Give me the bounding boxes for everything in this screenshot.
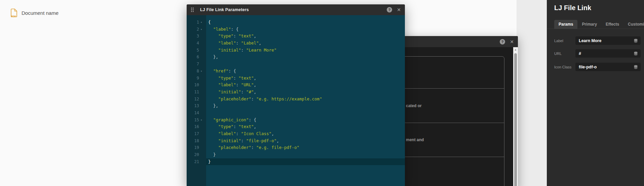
settings-row-text: cated or (406, 103, 422, 108)
scrollbar-track[interactable]: ▲ (513, 47, 518, 186)
code-line[interactable]: 10 "label": "URL", (187, 82, 405, 89)
code-line[interactable]: 4 "label": "Label", (187, 40, 405, 47)
parameters-modal-header[interactable]: LJ File Link Parameters ? ✕ (187, 4, 405, 15)
code-fold-arrow[interactable]: ▾ (199, 19, 206, 26)
code-fold-arrow (199, 33, 206, 40)
field-label: Label (554, 39, 563, 43)
line-number: 10 (187, 82, 199, 89)
code-line[interactable]: 20 } (187, 151, 405, 158)
code-fold-arrow (199, 61, 206, 68)
line-number: 5 (187, 47, 199, 54)
modal-title: LJ File Link Parameters (200, 7, 249, 12)
code-text: "graphic_icon": { (206, 117, 405, 124)
tab-effects[interactable]: Effects (601, 20, 623, 29)
code-fold-arrow (199, 47, 206, 54)
scrollbar-thumb[interactable] (514, 53, 517, 186)
field-value: Learn More (579, 38, 601, 43)
code-text: "initial": "#", (206, 89, 405, 96)
scrollbar-up-arrow-icon[interactable]: ▲ (513, 48, 518, 52)
url-input[interactable]: # (575, 49, 641, 58)
code-line[interactable]: 18 "initial": "file-pdf-o", (187, 137, 405, 145)
line-number: 15 (187, 117, 199, 124)
line-number: 12 (187, 96, 199, 103)
sidebar-tabs: Params Primary Effects Customize (547, 20, 644, 29)
code-line[interactable]: 14 (187, 110, 405, 117)
line-number: 8 (187, 68, 199, 75)
code-line[interactable]: 3 "type": "text", (187, 33, 405, 40)
code-text: "label": "Icon Class", (206, 130, 405, 137)
tab-customize[interactable]: Customize (623, 20, 644, 29)
label-input[interactable]: Learn More (575, 36, 641, 45)
code-line[interactable]: 12 "placeholder": "e.g. https://example.… (187, 96, 405, 103)
close-icon[interactable]: ✕ (510, 39, 514, 44)
help-button[interactable]: ? (500, 39, 505, 44)
code-line[interactable]: 13 }, (187, 102, 405, 110)
drag-handle-icon[interactable] (191, 8, 194, 12)
code-line[interactable]: 16 "type": "text", (187, 123, 405, 130)
code-line[interactable]: 11 "initial": "#", (187, 89, 405, 96)
code-fold-arrow (199, 40, 206, 47)
line-number: 4 (187, 40, 199, 47)
code-line[interactable]: 2▾ "label": { (187, 26, 405, 33)
code-text: } (206, 151, 405, 158)
line-number: 6 (187, 54, 199, 61)
line-number: 9 (187, 75, 199, 82)
field-row-url: URL # (547, 49, 644, 58)
code-text: }, (206, 102, 405, 110)
code-line[interactable]: 5 "initial": "Learn More" (187, 47, 405, 54)
help-button[interactable]: ? (387, 7, 392, 12)
settings-row-text: ment and (406, 137, 424, 142)
line-number: 1 (187, 19, 199, 26)
code-fold-arrow (199, 82, 206, 89)
icon-class-input[interactable]: file-pdf-o (575, 63, 641, 71)
code-line[interactable]: 21} (187, 158, 405, 165)
code-fold-arrow (199, 110, 206, 117)
code-fold-arrow (199, 102, 206, 110)
code-lines: 1▾{2▾ "label": {3 "type": "text",4 "labe… (187, 15, 405, 165)
document-list-item[interactable]: PDF Document name (10, 8, 59, 18)
line-number: 14 (187, 110, 199, 117)
code-line[interactable]: 8▾ "href": { (187, 68, 405, 75)
line-number: 21 (187, 158, 199, 165)
code-text: "type": "text", (206, 75, 405, 82)
code-editor[interactable]: 1▾{2▾ "label": {3 "type": "text",4 "labe… (187, 15, 405, 186)
field-row-label: Label Learn More (547, 36, 644, 45)
code-fold-arrow (199, 89, 206, 96)
line-number: 17 (187, 130, 199, 137)
code-line[interactable]: 19 "placeholder": "e.g. file-pdf-o" (187, 144, 405, 151)
code-line[interactable]: 15▾ "graphic_icon": { (187, 117, 405, 124)
code-text (206, 61, 405, 68)
code-line[interactable]: 9 "type": "text", (187, 75, 405, 82)
line-number: 19 (187, 144, 199, 151)
close-icon[interactable]: ✕ (397, 7, 401, 12)
code-text (206, 110, 405, 117)
field-row-icon-class: Icon Class file-pdf-o (547, 63, 644, 71)
tab-primary[interactable]: Primary (577, 20, 601, 29)
code-fold-arrow[interactable]: ▾ (199, 26, 206, 33)
code-fold-arrow (199, 130, 206, 137)
field-label: URL (554, 52, 562, 56)
database-icon[interactable] (634, 51, 638, 56)
code-text: "placeholder": "e.g. file-pdf-o" (206, 144, 405, 151)
code-line[interactable]: 17 "label": "Icon Class", (187, 130, 405, 137)
code-text: "placeholder": "e.g. https://example.com… (206, 96, 405, 103)
code-text: { (206, 19, 405, 26)
code-fold-arrow (199, 75, 206, 82)
code-text: "initial": "file-pdf-o", (206, 137, 405, 145)
line-number: 13 (187, 102, 199, 110)
code-line[interactable]: 1▾{ (187, 19, 405, 26)
code-fold-arrow (199, 158, 206, 165)
code-line[interactable]: 7 (187, 61, 405, 68)
database-icon[interactable] (634, 38, 638, 43)
code-fold-arrow[interactable]: ▾ (199, 68, 206, 75)
code-line[interactable]: 6 }, (187, 54, 405, 61)
line-number: 3 (187, 33, 199, 40)
field-value: # (579, 51, 581, 56)
code-text: "label": { (206, 26, 405, 33)
tab-params[interactable]: Params (554, 20, 577, 29)
code-fold-arrow[interactable]: ▾ (199, 117, 206, 124)
database-icon[interactable] (634, 65, 638, 69)
code-text: "type": "text", (206, 123, 405, 130)
code-fold-arrow (199, 123, 206, 130)
line-number: 11 (187, 89, 199, 96)
